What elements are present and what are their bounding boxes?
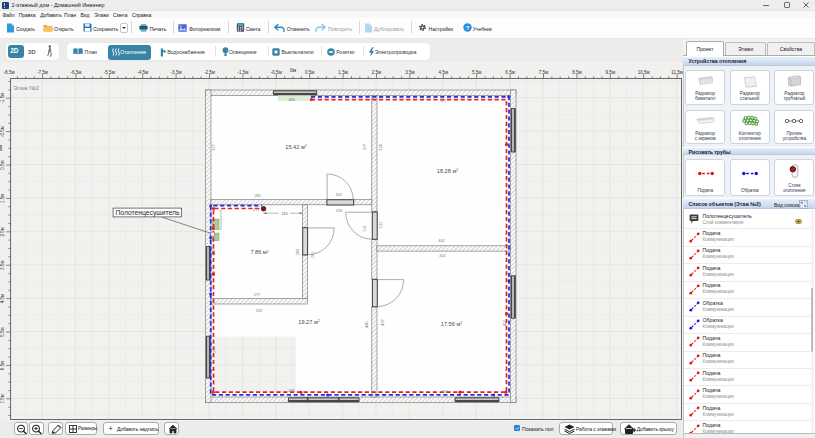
svg-text:283: 283 [296, 249, 300, 255]
svg-text:9.5м: 9.5м [606, 70, 616, 75]
svg-text:-8.5м: -8.5м [4, 70, 15, 75]
svg-text:7.86 м2: 7.86 м2 [250, 249, 268, 255]
svg-text:-0.5м: -0.5м [271, 70, 282, 75]
svg-text:437: 437 [381, 319, 385, 325]
svg-text:17.56 м2: 17.56 м2 [441, 321, 462, 327]
svg-text:4.5: 4.5 [441, 99, 446, 103]
svg-text:6.5м: 6.5м [0, 361, 5, 371]
svg-text:-3.5м: -3.5м [171, 70, 182, 75]
svg-text:7.5м: 7.5м [539, 70, 549, 75]
svg-text:445: 445 [365, 321, 369, 327]
svg-text:Полотенцесушитель: Полотенцесушитель [116, 209, 181, 217]
svg-text:18.28 м2: 18.28 м2 [437, 168, 458, 174]
svg-text:5.5м: 5.5м [0, 327, 5, 337]
svg-text:-1.5м: -1.5м [237, 70, 248, 75]
svg-text:Этаж №2: Этаж №2 [13, 85, 39, 91]
svg-text:-7.5м: -7.5м [37, 70, 48, 75]
svg-text:3.5м: 3.5м [0, 260, 5, 270]
svg-text:0м: 0м [0, 145, 3, 151]
svg-text:285: 285 [254, 194, 260, 198]
svg-text:-5.5м: -5.5м [104, 70, 115, 75]
svg-text:2.5м: 2.5м [0, 227, 5, 237]
svg-text:1.5м: 1.5м [338, 70, 348, 75]
svg-text:110: 110 [281, 212, 287, 216]
svg-text:402: 402 [439, 254, 445, 258]
svg-text:496: 496 [288, 389, 294, 393]
svg-text:?: ? [465, 25, 469, 31]
svg-text:317: 317 [363, 144, 367, 150]
svg-text:277: 277 [253, 208, 259, 212]
svg-text:3.5м: 3.5м [405, 70, 415, 75]
svg-text:402: 402 [438, 239, 444, 243]
svg-text:4.5м: 4.5м [439, 70, 449, 75]
svg-text:0.5м: 0.5м [0, 160, 5, 170]
svg-text:452: 452 [503, 320, 507, 326]
svg-text:406: 406 [288, 98, 294, 102]
svg-text:7.5м: 7.5м [0, 394, 5, 404]
svg-text:8.5м: 8.5м [572, 70, 582, 75]
svg-text:2.5м: 2.5м [372, 70, 382, 75]
svg-text:-4.5м: -4.5м [137, 70, 148, 75]
svg-text:324: 324 [379, 144, 383, 150]
svg-text:257: 257 [212, 248, 216, 254]
svg-text:5.5м: 5.5м [472, 70, 482, 75]
svg-text:277: 277 [254, 293, 260, 297]
svg-text:4.5м: 4.5м [0, 294, 5, 304]
svg-text:-6.5м: -6.5м [70, 70, 81, 75]
svg-text:131: 131 [379, 222, 383, 228]
svg-text:302: 302 [336, 193, 342, 197]
svg-text:277: 277 [213, 346, 217, 352]
svg-text:15.42 м2: 15.42 м2 [285, 144, 306, 150]
svg-text:291: 291 [311, 252, 315, 258]
svg-text:1.5м: 1.5м [0, 194, 5, 204]
svg-text:292: 292 [256, 309, 262, 313]
svg-text:-1.5м: -1.5м [0, 93, 5, 104]
svg-text:194: 194 [336, 209, 342, 213]
svg-text:19.27 м2: 19.27 м2 [298, 319, 319, 325]
svg-text:317: 317 [212, 144, 216, 150]
svg-text:-0.5м: -0.5м [0, 126, 5, 137]
svg-text:0.5м: 0.5м [305, 70, 315, 75]
svg-text:6.5м: 6.5м [505, 70, 515, 75]
svg-text:0м: 0м [290, 68, 296, 73]
svg-text:-2.5м: -2.5м [204, 70, 215, 75]
svg-text:10.5м: 10.5м [638, 70, 650, 75]
svg-text:11.5м: 11.5м [671, 70, 683, 75]
svg-text:456: 456 [442, 390, 448, 394]
svg-text:131: 131 [363, 225, 367, 231]
